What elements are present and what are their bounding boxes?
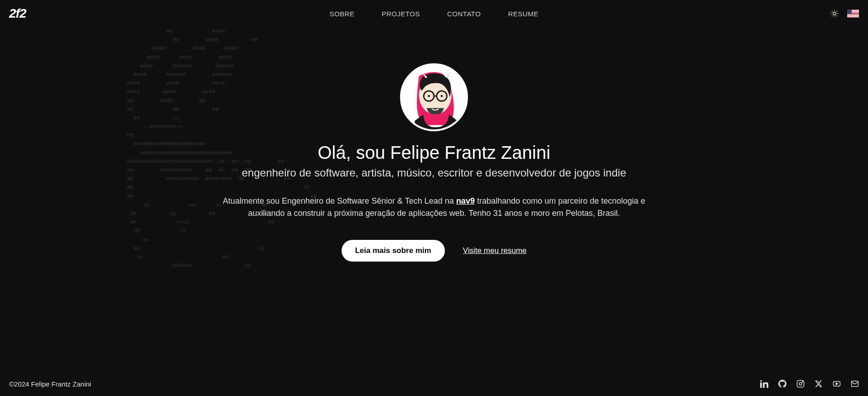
github-icon bbox=[778, 380, 786, 388]
page-title: Olá, sou Felipe Frantz Zanini bbox=[207, 143, 661, 163]
copyright: ©2024 Felipe Frantz Zanini bbox=[9, 380, 91, 388]
language-flag-us[interactable] bbox=[847, 10, 859, 18]
instagram-icon bbox=[796, 380, 805, 388]
main-nav: SOBRE PROJETOS CONTATO RESUME bbox=[329, 10, 538, 18]
svg-line-8 bbox=[837, 11, 837, 11]
read-more-button[interactable]: Leia mais sobre mim bbox=[342, 240, 445, 262]
youtube-icon bbox=[833, 380, 841, 388]
svg-point-17 bbox=[799, 382, 802, 385]
social-links bbox=[760, 380, 859, 388]
sun-icon bbox=[830, 9, 839, 18]
footer: ©2024 Felipe Frantz Zanini bbox=[0, 372, 868, 396]
bio-link-nav9[interactable]: nav9 bbox=[456, 196, 475, 205]
svg-point-15 bbox=[441, 95, 443, 97]
github-link[interactable] bbox=[778, 380, 786, 388]
header: 2f2 SOBRE PROJETOS CONTATO RESUME bbox=[0, 0, 868, 27]
svg-line-7 bbox=[832, 16, 832, 16]
svg-line-4 bbox=[837, 16, 837, 16]
instagram-link[interactable] bbox=[796, 380, 805, 388]
visit-resume-link[interactable]: Visite meu resume bbox=[463, 246, 526, 255]
subtitle: engenheiro de software, artista, músico,… bbox=[207, 167, 661, 179]
nav-projetos[interactable]: PROJETOS bbox=[381, 10, 420, 18]
svg-line-3 bbox=[832, 11, 832, 11]
theme-toggle[interactable] bbox=[830, 9, 839, 18]
nav-sobre[interactable]: SOBRE bbox=[329, 10, 354, 18]
nav-resume[interactable]: RESUME bbox=[508, 10, 538, 18]
linkedin-link[interactable] bbox=[760, 380, 768, 388]
nav-contato[interactable]: CONTATO bbox=[447, 10, 481, 18]
x-icon bbox=[815, 380, 823, 388]
cta-row: Leia mais sobre mim Visite meu resume bbox=[207, 240, 661, 262]
avatar bbox=[400, 63, 468, 131]
header-right bbox=[830, 9, 859, 18]
svg-point-18 bbox=[802, 382, 803, 382]
svg-point-0 bbox=[833, 12, 836, 15]
avatar-image bbox=[402, 65, 466, 129]
mail-icon bbox=[851, 380, 859, 388]
youtube-link[interactable] bbox=[833, 380, 841, 388]
linkedin-icon bbox=[760, 380, 768, 388]
bio-text: Atualmente sou Engenheiro de Software Sê… bbox=[221, 195, 647, 219]
hero-section: Olá, sou Felipe Frantz Zanini engenheiro… bbox=[207, 63, 661, 262]
logo[interactable]: 2f2 bbox=[9, 6, 26, 21]
svg-point-14 bbox=[428, 95, 430, 97]
bio-pre: Atualmente sou Engenheiro de Software Sê… bbox=[223, 196, 456, 205]
email-link[interactable] bbox=[851, 380, 859, 388]
x-link[interactable] bbox=[815, 380, 823, 388]
